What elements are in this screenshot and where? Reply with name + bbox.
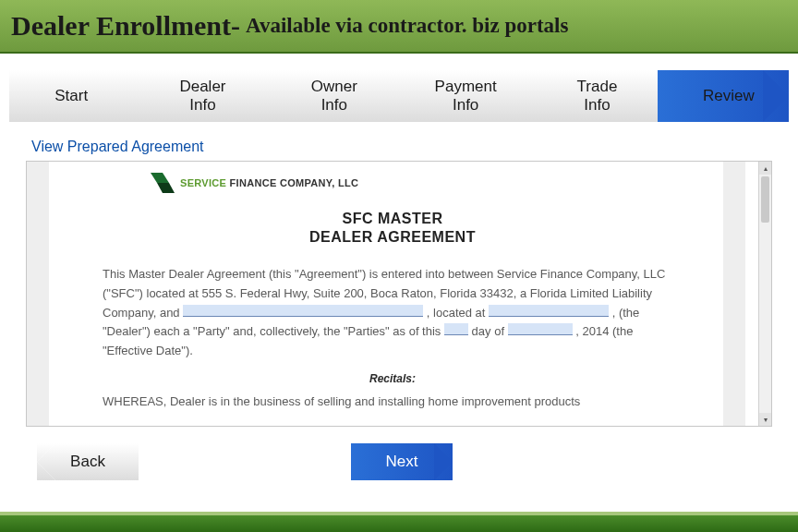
chevron-right-icon: [434, 443, 471, 480]
chevron-left-icon: [18, 443, 55, 480]
agreement-document-frame: SERVICE FINANCE COMPANY, LLC SFC MASTER …: [26, 161, 772, 427]
chevron-right-icon: [500, 70, 551, 122]
step-start[interactable]: Start: [9, 70, 131, 122]
nav-buttons: Back Next: [0, 427, 798, 480]
page-subtitle: Available via contractor. biz portals: [246, 14, 568, 38]
chevron-right-icon: [105, 70, 157, 122]
step-label: Start: [54, 87, 88, 105]
svg-marker-4: [632, 70, 658, 122]
svg-marker-5: [763, 70, 789, 122]
next-button[interactable]: Next: [351, 443, 453, 480]
company-logo: SERVICE FINANCE COMPANY, LLC: [151, 173, 736, 193]
scroll-down-icon[interactable]: ▾: [759, 413, 771, 426]
step-label: Review: [703, 87, 755, 105]
enrollment-steps: Start Dealer Info Owner Info Payment Inf…: [0, 54, 798, 131]
footer: [0, 512, 798, 532]
doc-margin-right: [723, 162, 745, 426]
step-label: Owner Info: [311, 78, 357, 114]
view-agreement-link[interactable]: View Prepared Agreement: [0, 131, 798, 161]
svg-marker-10: [434, 443, 453, 480]
svg-marker-3: [500, 70, 526, 122]
chevron-right-icon: [237, 70, 289, 122]
header-bar: Dealer Enrollment- Available via contrac…: [0, 0, 798, 54]
agreement-document: SERVICE FINANCE COMPANY, LLC SFC MASTER …: [27, 162, 758, 426]
logo-text: SERVICE FINANCE COMPANY, LLC: [180, 177, 358, 188]
scroll-thumb[interactable]: [761, 176, 769, 223]
svg-marker-2: [369, 70, 394, 122]
doc-margin-left: [27, 162, 49, 426]
step-label: Dealer Info: [179, 78, 225, 114]
next-button-label: Next: [386, 453, 418, 471]
svg-marker-1: [237, 70, 263, 122]
document-heading: SFC MASTER DEALER AGREEMENT: [49, 210, 736, 247]
back-button-label: Back: [70, 453, 105, 471]
chevron-right-icon: [369, 70, 420, 122]
step-label: Trade Info: [577, 78, 618, 114]
svg-marker-6: [151, 173, 169, 183]
scroll-up-icon[interactable]: ▴: [759, 162, 771, 175]
document-paragraph-1: This Master Dealer Agreement (this "Agre…: [103, 265, 683, 361]
whereas-clause: WHEREAS, Dealer is in the business of se…: [103, 394, 683, 408]
document-scrollbar[interactable]: ▴ ▾: [758, 162, 771, 426]
svg-marker-9: [37, 443, 55, 480]
step-label: Payment Info: [435, 78, 497, 114]
back-button[interactable]: Back: [37, 443, 139, 480]
day-field[interactable]: [444, 323, 468, 335]
svg-marker-0: [105, 70, 131, 122]
svg-marker-7: [157, 183, 175, 193]
dealer-name-field[interactable]: [183, 305, 423, 317]
chevron-right-icon: [763, 70, 798, 122]
month-field[interactable]: [508, 323, 573, 335]
logo-icon: [151, 173, 175, 193]
chevron-right-icon: [632, 70, 683, 122]
recitals-heading: Recitals:: [49, 372, 736, 385]
dealer-address-field[interactable]: [489, 305, 609, 317]
page-title: Dealer Enrollment-: [11, 10, 240, 42]
